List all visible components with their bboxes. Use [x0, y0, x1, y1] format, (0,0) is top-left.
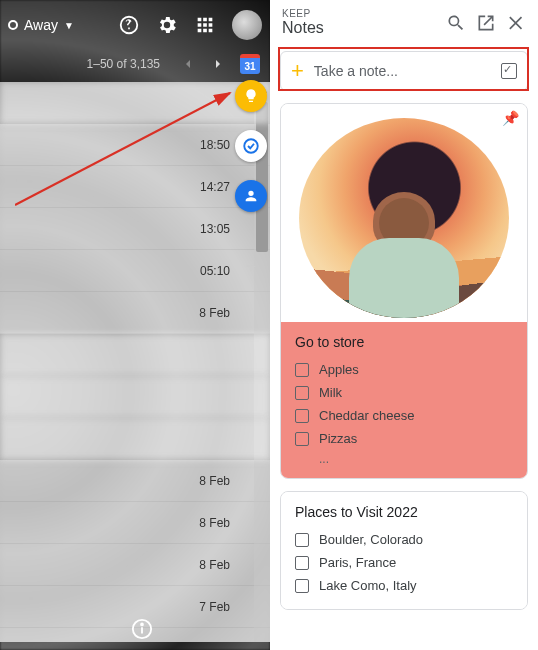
mail-row-time: 7 Feb [199, 642, 230, 643]
checkbox-icon[interactable] [295, 409, 309, 423]
keep-panel: KEEP Notes + Take a note... 📌Go to store… [270, 0, 538, 650]
checklist-item-label: Pizzas [319, 431, 357, 446]
close-icon[interactable] [506, 13, 526, 33]
note-card[interactable]: 📌Go to storeApplesMilkCheddar cheesePizz… [280, 103, 528, 479]
mail-row-time: 8 Feb [199, 558, 230, 572]
mail-row-time: 14:27 [200, 180, 230, 194]
calendar-icon[interactable]: 31 [240, 54, 260, 74]
svg-point-3 [141, 624, 143, 626]
checklist-item-label: Cheddar cheese [319, 408, 414, 423]
mail-row[interactable]: 18:50 [0, 124, 270, 166]
checkbox-icon[interactable] [295, 579, 309, 593]
checklist-item[interactable]: Lake Como, Italy [295, 574, 513, 597]
checklist-item-label: Lake Como, Italy [319, 578, 417, 593]
mail-row[interactable] [0, 418, 270, 460]
mail-row-time: 8 Feb [199, 474, 230, 488]
search-icon[interactable] [446, 13, 466, 33]
checklist-item[interactable]: Milk [295, 381, 513, 404]
mail-row[interactable]: 13:05 [0, 208, 270, 250]
mail-row-time: 18:50 [200, 138, 230, 152]
status-label: Away [24, 17, 58, 33]
side-panel-rail: ＋ [231, 80, 270, 282]
status-away-icon [8, 20, 18, 30]
note-card[interactable]: Places to Visit 2022Boulder, ColoradoPar… [280, 491, 528, 610]
help-icon[interactable] [118, 14, 140, 36]
tasks-rail-icon[interactable] [235, 130, 267, 162]
gear-icon[interactable] [156, 14, 178, 36]
notes-list[interactable]: 📌Go to storeApplesMilkCheddar cheesePizz… [270, 97, 538, 650]
more-items-indicator: ... [295, 450, 513, 468]
info-icon[interactable] [129, 616, 155, 642]
keep-eyebrow: KEEP [282, 8, 436, 19]
checklist-item[interactable]: Cheddar cheese [295, 404, 513, 427]
mail-row[interactable] [0, 376, 270, 418]
checklist-item[interactable]: Apples [295, 358, 513, 381]
add-rail-icon[interactable]: ＋ [235, 250, 267, 282]
checklist-item-label: Milk [319, 385, 342, 400]
open-external-icon[interactable] [476, 13, 496, 33]
apps-grid-icon[interactable] [194, 14, 216, 36]
note-body: Places to Visit 2022Boulder, ColoradoPar… [281, 492, 527, 609]
mail-row[interactable] [0, 334, 270, 376]
pagination-row: 1–50 of 3,135 31 [0, 50, 270, 78]
checkbox-icon[interactable] [295, 533, 309, 547]
mail-row[interactable]: 8 Feb [0, 460, 270, 502]
mail-row[interactable]: 14:27 [0, 166, 270, 208]
status-selector[interactable]: Away ▼ [8, 17, 74, 33]
take-note-placeholder: Take a note... [314, 63, 491, 79]
mail-row-time: 8 Feb [199, 516, 230, 530]
checklist-item-label: Paris, France [319, 555, 396, 570]
pagination-count: 1–50 of 3,135 [87, 57, 160, 71]
keep-header: KEEP Notes [270, 0, 538, 45]
mail-row-time: 05:10 [200, 264, 230, 278]
mail-row-time: 13:05 [200, 222, 230, 236]
chevron-down-icon: ▼ [64, 20, 74, 31]
next-page-icon[interactable] [210, 56, 226, 72]
mail-row[interactable]: 8 Feb [0, 292, 270, 334]
note-image [281, 104, 527, 322]
take-note-input[interactable]: + Take a note... [280, 51, 528, 91]
note-title: Go to store [295, 334, 513, 350]
prev-page-icon[interactable] [180, 56, 196, 72]
plus-icon: + [291, 58, 304, 84]
mail-row[interactable]: 8 Feb [0, 544, 270, 586]
checklist-item-label: Boulder, Colorado [319, 532, 423, 547]
mail-row-time: 7 Feb [199, 600, 230, 614]
account-avatar[interactable] [232, 10, 262, 40]
new-list-icon[interactable] [501, 63, 517, 79]
mail-row[interactable] [0, 82, 270, 124]
checkbox-icon[interactable] [295, 432, 309, 446]
checklist-item[interactable]: Pizzas [295, 427, 513, 450]
checkbox-icon[interactable] [295, 363, 309, 377]
mail-pane: Away ▼ 1–50 of 3,135 31 ▴ 18:5014:2713:0… [0, 0, 270, 650]
pin-icon[interactable]: 📌 [502, 110, 519, 126]
header-bar: Away ▼ [0, 0, 270, 50]
mail-row-time: 8 Feb [199, 306, 230, 320]
checklist-item[interactable]: Paris, France [295, 551, 513, 574]
checkbox-icon[interactable] [295, 556, 309, 570]
keep-title: Notes [282, 19, 436, 37]
mail-row[interactable]: 05:10 [0, 250, 270, 292]
checklist-item-label: Apples [319, 362, 359, 377]
checklist-item[interactable]: Boulder, Colorado [295, 528, 513, 551]
note-title: Places to Visit 2022 [295, 504, 513, 520]
note-body: Go to storeApplesMilkCheddar cheesePizza… [281, 322, 527, 478]
keep-rail-icon[interactable] [235, 80, 267, 112]
contacts-rail-icon[interactable] [235, 180, 267, 212]
mail-list[interactable]: ▴ 18:5014:2713:0505:108 Feb8 Feb8 Feb8 F… [0, 82, 270, 642]
mail-row[interactable]: 8 Feb [0, 502, 270, 544]
checkbox-icon[interactable] [295, 386, 309, 400]
